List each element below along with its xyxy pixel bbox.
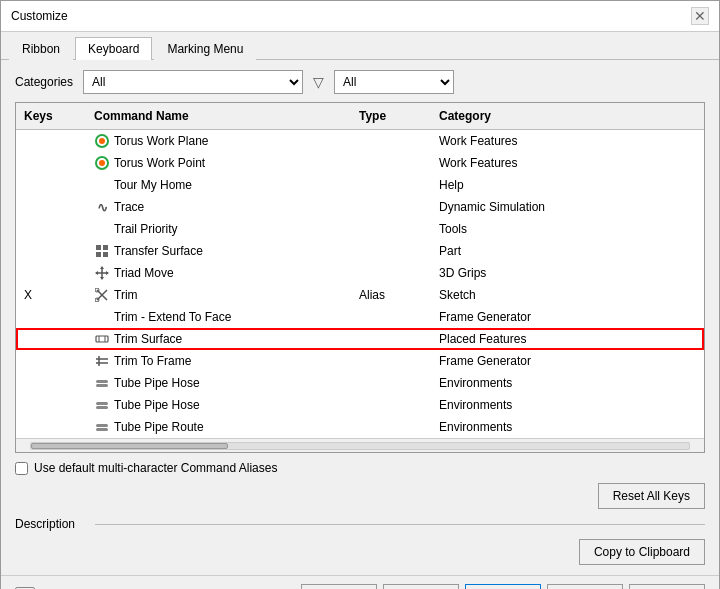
triad-move-icon xyxy=(94,265,110,281)
table-row[interactable]: X Trim Alias Sketch xyxy=(16,284,704,306)
command-table: Keys Command Name Type Category Torus Wo… xyxy=(15,102,705,453)
checkbox-row: Use default multi-character Command Alia… xyxy=(15,461,705,475)
cell-keys xyxy=(20,162,90,164)
cell-category: Help xyxy=(435,177,700,193)
tube-pipe-hose-icon-1 xyxy=(94,375,110,391)
clipboard-row: Copy to Clipboard xyxy=(15,539,705,565)
title-bar: Customize ✕ xyxy=(1,1,719,32)
cell-command: Trail Priority xyxy=(90,220,355,238)
cell-type xyxy=(355,426,435,428)
tab-keyboard[interactable]: Keyboard xyxy=(75,37,152,60)
import-button[interactable]: Import... xyxy=(301,584,377,589)
table-row[interactable]: Tube Pipe Hose Environments xyxy=(16,372,704,394)
table-row[interactable]: Tube Pipe Route Environments xyxy=(16,416,704,438)
copy-to-clipboard-button[interactable]: Copy to Clipboard xyxy=(579,539,705,565)
table-body[interactable]: Torus Work Plane Work Features Torus Wor… xyxy=(16,130,704,438)
cell-command: Torus Work Point xyxy=(90,154,355,172)
cell-keys xyxy=(20,206,90,208)
table-row[interactable]: Trim To Frame Frame Generator xyxy=(16,350,704,372)
trail-priority-icon xyxy=(94,221,110,237)
close-button[interactable]: Close xyxy=(465,584,541,589)
header-keys: Keys xyxy=(20,107,90,125)
cell-category: Frame Generator xyxy=(435,309,700,325)
cell-keys xyxy=(20,228,90,230)
cell-keys xyxy=(20,360,90,362)
table-row[interactable]: Torus Work Plane Work Features xyxy=(16,130,704,152)
type-select[interactable]: All xyxy=(334,70,454,94)
main-content: Categories All ▽ All Keys Command Name T… xyxy=(1,60,719,575)
cell-type xyxy=(355,338,435,340)
cell-type xyxy=(355,184,435,186)
customize-dialog: Customize ✕ Ribbon Keyboard Marking Menu… xyxy=(0,0,720,589)
categories-select[interactable]: All xyxy=(83,70,303,94)
svg-marker-3 xyxy=(100,277,104,280)
dialog-title: Customize xyxy=(11,9,68,23)
table-row[interactable]: Triad Move 3D Grips xyxy=(16,262,704,284)
trim-surface-icon xyxy=(94,331,110,347)
cell-category: Part xyxy=(435,243,700,259)
table-row[interactable]: Trail Priority Tools xyxy=(16,218,704,240)
cell-command: ∿ Trace xyxy=(90,198,355,216)
cell-type xyxy=(355,206,435,208)
cell-type xyxy=(355,404,435,406)
default-aliases-checkbox[interactable] xyxy=(15,462,28,475)
cell-keys: X xyxy=(20,287,90,303)
svg-marker-5 xyxy=(106,271,109,275)
trace-icon: ∿ xyxy=(94,199,110,215)
transfer-surface-icon xyxy=(94,243,110,259)
filter-row: Categories All ▽ All xyxy=(15,70,705,94)
categories-label: Categories xyxy=(15,75,73,89)
table-row[interactable]: Tour My Home Help xyxy=(16,174,704,196)
scroll-thumb[interactable] xyxy=(31,443,228,449)
cell-category: Work Features xyxy=(435,155,700,171)
table-row[interactable]: Transfer Surface Part xyxy=(16,240,704,262)
cell-command: Trim xyxy=(90,286,355,304)
tube-pipe-route-icon xyxy=(94,419,110,435)
description-row: Description xyxy=(15,517,705,531)
svg-rect-8 xyxy=(96,336,108,342)
cell-category: Tools xyxy=(435,221,700,237)
table-row[interactable]: Trim - Extend To Face Frame Generator xyxy=(16,306,704,328)
close-icon[interactable]: ✕ xyxy=(691,7,709,25)
trim-extend-icon xyxy=(94,309,110,325)
cell-type xyxy=(355,382,435,384)
tab-marking-menu[interactable]: Marking Menu xyxy=(154,37,256,60)
cell-command: Transfer Surface xyxy=(90,242,355,260)
cell-type: Alias xyxy=(355,287,435,303)
cell-command: Trim To Frame xyxy=(90,352,355,370)
table-row[interactable]: ∿ Trace Dynamic Simulation xyxy=(16,196,704,218)
filter-icon: ▽ xyxy=(313,74,324,90)
cell-keys xyxy=(20,404,90,406)
trim-to-frame-icon xyxy=(94,353,110,369)
horizontal-scrollbar[interactable] xyxy=(16,438,704,452)
svg-marker-4 xyxy=(95,271,98,275)
cell-category: Work Features xyxy=(435,133,700,149)
cell-category: Environments xyxy=(435,375,700,391)
tabs-bar: Ribbon Keyboard Marking Menu xyxy=(1,32,719,60)
cell-type xyxy=(355,360,435,362)
table-row[interactable]: Torus Work Point Work Features xyxy=(16,152,704,174)
cell-keys xyxy=(20,338,90,340)
checkbox-label: Use default multi-character Command Alia… xyxy=(34,461,277,475)
cell-keys xyxy=(20,250,90,252)
svg-marker-2 xyxy=(100,266,104,269)
apply-button[interactable]: Apply xyxy=(629,584,705,589)
scroll-track xyxy=(30,442,690,450)
cell-command: Tube Pipe Route xyxy=(90,418,355,436)
cell-category: Sketch xyxy=(435,287,700,303)
table-row[interactable]: Tube Pipe Hose Environments xyxy=(16,394,704,416)
cell-keys xyxy=(20,316,90,318)
table-row-trim-surface[interactable]: Trim Surface Placed Features xyxy=(16,328,704,350)
cell-keys xyxy=(20,184,90,186)
export-button[interactable]: Export... xyxy=(383,584,459,589)
reset-all-keys-button[interactable]: Reset All Keys xyxy=(598,483,705,509)
cancel-button[interactable]: Cancel xyxy=(547,584,623,589)
cell-category: Dynamic Simulation xyxy=(435,199,700,215)
cell-command: Torus Work Plane xyxy=(90,132,355,150)
cell-category: Environments xyxy=(435,419,700,435)
tube-pipe-hose-icon-2 xyxy=(94,397,110,413)
cell-command: Trim Surface xyxy=(90,330,355,348)
cell-keys xyxy=(20,272,90,274)
tab-ribbon[interactable]: Ribbon xyxy=(9,37,73,60)
torus-workpoint-icon xyxy=(94,155,110,171)
